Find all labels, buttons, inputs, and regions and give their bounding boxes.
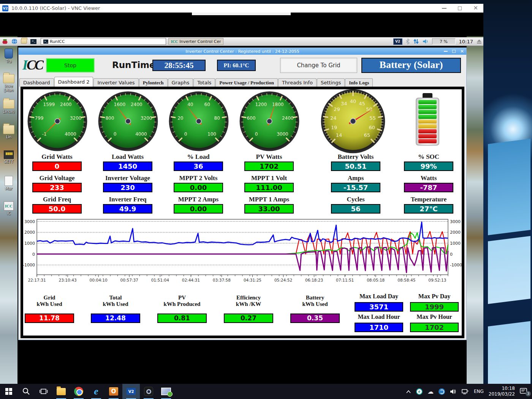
tab-power-usage-production[interactable]: Power Usage / Production: [215, 78, 278, 87]
start-button[interactable]: [0, 384, 17, 399]
minimize-button[interactable]: [444, 51, 448, 52]
stat-label-inverter-freq: Inverter Freq: [93, 196, 162, 203]
desktop-icon-doc[interactable]: Mar: [0, 176, 17, 191]
stat-value-grid-freq: 50.0: [32, 204, 82, 214]
svg-text:2400: 2400: [282, 116, 294, 121]
svg-text:3000: 3000: [450, 219, 461, 224]
desktop-icon-folder[interactable]: Lin: [0, 125, 17, 139]
tab-dashboard-2[interactable]: Dashboard 2: [54, 77, 93, 87]
svg-text:04:31:25: 04:31:25: [244, 278, 261, 282]
svg-text:3000: 3000: [277, 131, 288, 137]
volume-icon[interactable]: [423, 39, 429, 44]
notification-center-button[interactable]: 3: [520, 388, 528, 395]
battery-segment-green: [418, 115, 437, 119]
tab-info-logs[interactable]: Info Logs: [345, 78, 373, 87]
internet-explorer-icon[interactable]: e: [87, 384, 105, 399]
desktop-icon-folder[interactable]: Inve [Man: [0, 74, 17, 92]
pi-clock[interactable]: 10:17: [459, 39, 473, 44]
svg-text:09:52:13: 09:52:13: [428, 278, 446, 282]
clock-date: 2019/03/22: [489, 391, 515, 397]
network-arrows-icon[interactable]: [413, 38, 419, 44]
tab-pylontech[interactable]: Pylontech: [139, 78, 168, 87]
tab-totals[interactable]: Totals: [193, 78, 215, 87]
icc-icon: ICC: [171, 40, 178, 44]
close-button[interactable]: ✕: [460, 49, 464, 54]
max-stat-value-max-load-hour: 1710: [355, 323, 403, 332]
eject-icon[interactable]: [477, 39, 482, 44]
maximize-button[interactable]: [452, 50, 456, 53]
network-icon[interactable]: [462, 389, 469, 394]
stat-value-watts: -787: [404, 183, 453, 192]
svg-text:23:10:43: 23:10:43: [59, 278, 76, 282]
battery-soc-icon: [413, 93, 442, 147]
tray-expand-chevron[interactable]: [406, 390, 411, 393]
maximize-button[interactable]: [458, 6, 462, 10]
taskbar-task-icc[interactable]: ICC Inverter Control Center : ...: [168, 38, 223, 45]
icc-icon: ICC: [4, 201, 14, 211]
icc-titlebar[interactable]: Inverter Control Center : Registered unt…: [19, 48, 466, 55]
svg-text:40: 40: [187, 102, 193, 107]
close-button[interactable]: ✕: [473, 5, 478, 11]
remote-desktop-icon[interactable]: [157, 384, 175, 399]
file-explorer-icon[interactable]: [52, 384, 70, 399]
trash-icon: [5, 49, 13, 59]
stat-value-mppt-1-volt: 111.00: [244, 183, 294, 192]
terminal-icon[interactable]: >_: [30, 38, 37, 44]
svg-text:01:51:04: 01:51:04: [151, 278, 169, 282]
minimize-button[interactable]: [442, 8, 446, 9]
stat-label-inverter-voltage: Inverter Voltage: [93, 174, 162, 182]
clock-time: 10:18: [489, 386, 515, 391]
tab-graphs[interactable]: Graphs: [168, 78, 193, 87]
desktop-icon-trash[interactable]: Tra: [0, 49, 17, 63]
vnc-viewer-taskbar-icon[interactable]: V2: [122, 384, 140, 399]
svg-text:08:05:18: 08:05:18: [367, 278, 385, 282]
change-to-grid-button[interactable]: Change To Grid: [280, 58, 357, 73]
wallpaper-window-pane: [488, 139, 530, 235]
web-browser-icon[interactable]: [11, 38, 18, 44]
svg-text:22:17:31: 22:17:31: [28, 278, 46, 282]
volume-icon[interactable]: [450, 389, 457, 394]
taskbar-task-runicc[interactable]: >_ RunICC: [41, 38, 166, 45]
svg-text:-1000: -1000: [23, 263, 35, 268]
stop-button[interactable]: Stop: [46, 58, 95, 73]
vnc-titlebar[interactable]: V2 10.0.0.110 (ICC-Solar) - VNC Viewer ✕: [0, 4, 483, 13]
stat-label-battery-volts: Battery Volts: [321, 153, 390, 161]
camera-app-icon[interactable]: [140, 384, 157, 399]
stat-value-pv-watts: 1702: [244, 162, 294, 171]
battery-segment-yellow: [418, 120, 437, 124]
outlook-icon[interactable]: O: [105, 384, 122, 399]
taskbar-clock[interactable]: 10:18 2019/03/22: [489, 386, 515, 397]
desktop-icon-icc[interactable]: ICCIC: [0, 201, 17, 215]
tab-inverter-values[interactable]: Inverter Values: [93, 78, 138, 87]
stat-label--load: % Load: [164, 153, 233, 161]
stat-label-pv-watts: PV Watts: [234, 153, 304, 161]
tab-dashboard[interactable]: Dashboard: [19, 78, 54, 87]
task-view-button[interactable]: [35, 384, 52, 399]
cpu-monitor[interactable]: 7 %: [432, 38, 456, 44]
doc-icon: [5, 176, 13, 186]
bottom-stat-label-1: TotalkWh Used: [83, 294, 148, 308]
desktop-icon-settings[interactable]: SETT: [0, 150, 17, 164]
chrome-icon[interactable]: [70, 384, 87, 399]
tab-settings[interactable]: Settings: [317, 78, 345, 87]
svg-text:00:57:37: 00:57:37: [120, 278, 138, 282]
raspberry-menu-icon[interactable]: [2, 38, 8, 44]
bluetooth-icon[interactable]: [406, 38, 410, 44]
battery-solar-mode-button[interactable]: Battery (Solar): [361, 58, 461, 73]
tab-threads-info[interactable]: Threads Info: [278, 78, 317, 87]
search-button[interactable]: [17, 384, 35, 399]
onedrive-icon[interactable]: ☁: [428, 388, 434, 395]
stat-label--soc: % SOC: [394, 153, 463, 161]
gauge-load-watts: 08001600240032004000: [98, 91, 158, 153]
stat-value-battery-volts: 50.51: [331, 162, 380, 171]
svg-text:0: 0: [32, 252, 35, 257]
svg-text:1000: 1000: [450, 241, 461, 246]
antivirus-icon[interactable]: e: [416, 388, 423, 395]
tray-app-icon[interactable]: [439, 388, 445, 395]
file-manager-icon[interactable]: [21, 38, 27, 44]
desktop-icon-folder[interactable]: Linux): [0, 100, 17, 114]
vnc-toolbar-tab[interactable]: [192, 13, 291, 15]
stat-value-inverter-voltage: 230: [103, 183, 152, 192]
language-indicator[interactable]: ENG: [474, 389, 484, 394]
vnc-server-icon[interactable]: V2: [393, 38, 402, 45]
